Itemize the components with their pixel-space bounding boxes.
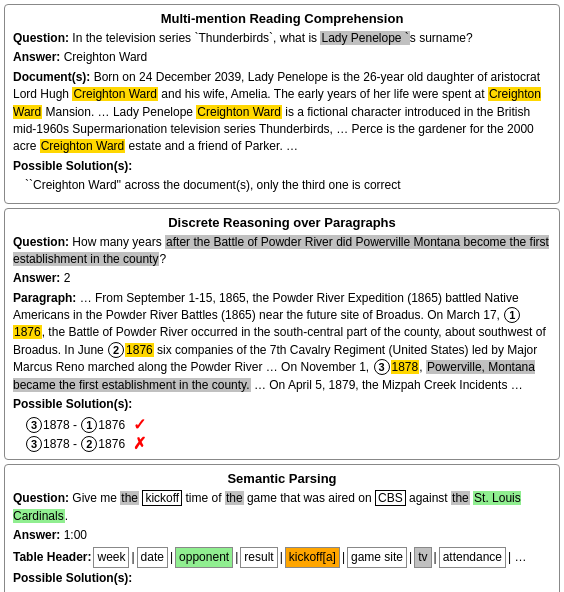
dr-march: March xyxy=(447,308,480,322)
sp-q-p1: Give me xyxy=(72,491,120,505)
sol2-text1: 1878 - xyxy=(43,437,80,451)
sol2-text2: 1876 xyxy=(98,437,125,451)
dr-answer-label: Answer: xyxy=(13,271,60,285)
dr-question-label: Question: xyxy=(13,235,69,249)
docs-mid2: Mansion. … Lady Penelope xyxy=(42,105,196,119)
th-tv: tv xyxy=(414,547,431,568)
dr-para-p6: , xyxy=(419,360,426,374)
sol2-cross: ✗ xyxy=(133,434,146,453)
multi-mention-title: Multi-mention Reading Comprehension xyxy=(13,11,551,26)
docs-label: Document(s): xyxy=(13,70,90,84)
sp-q-kickoff: kickoff xyxy=(142,490,182,506)
highlight-1876a: 1876 xyxy=(13,325,42,339)
dr-answer-line: Answer: 2 xyxy=(13,270,551,287)
highlight-cw4: Creighton Ward xyxy=(40,139,126,153)
sol1-check: ✓ xyxy=(133,415,146,434)
dr-possible-label-line: Possible Solution(s): xyxy=(13,396,551,413)
sp-table-label: Table Header: xyxy=(13,549,91,566)
sp-q-the3: the xyxy=(451,491,470,505)
th-week: week xyxy=(93,547,129,568)
possible-label-line: Possible Solution(s): xyxy=(13,158,551,175)
circle-3: 3 xyxy=(374,359,390,375)
sp-answer-text: 1:00 xyxy=(64,528,87,542)
answer-label: Answer: xyxy=(13,50,60,64)
sp-question-label: Question: xyxy=(13,491,69,505)
th-sep1: | xyxy=(131,549,134,566)
th-sep3: | xyxy=(235,549,238,566)
th-kickoff: kickoff[a] xyxy=(285,547,340,568)
question-text-suffix: s surname? xyxy=(410,31,473,45)
sp-q-p3: time of xyxy=(182,491,225,505)
th-sep5: | xyxy=(342,549,345,566)
sol1-text2: 1876 xyxy=(98,418,125,432)
lady-penelope-highlight: Lady Penelope ` xyxy=(320,31,409,45)
discrete-reasoning-section: Discrete Reasoning over Paragraphs Quest… xyxy=(4,208,560,461)
circle-2: 2 xyxy=(108,342,124,358)
sol1-circle1: 1 xyxy=(81,417,97,433)
sp-table-line: Table Header: week | date | opponent | r… xyxy=(13,547,551,568)
possible-text: ``Creighton Ward'' across the document(s… xyxy=(25,177,551,194)
dr-solution-2: 31878 - 21876 ✗ xyxy=(25,434,551,453)
sp-answer-label: Answer: xyxy=(13,528,60,542)
docs-line: Document(s): Born on 24 December 2039, L… xyxy=(13,69,551,156)
highlight-cw3: Creighton Ward xyxy=(196,105,282,119)
highlight-1876b: 1876 xyxy=(125,343,154,357)
dr-para-p2: 17, xyxy=(480,308,503,322)
sp-q-p4: game that was aired on xyxy=(244,491,375,505)
sp-question-line: Question: Give me the kickoff time of th… xyxy=(13,490,551,525)
th-sep7: | xyxy=(434,549,437,566)
discrete-reasoning-title: Discrete Reasoning over Paragraphs xyxy=(13,215,551,230)
dr-para-label: Paragraph: xyxy=(13,291,76,305)
dr-question-prefix: How many years xyxy=(72,235,165,249)
semantic-parsing-section: Semantic Parsing Question: Give me the k… xyxy=(4,464,560,592)
sp-q-the: the xyxy=(120,491,139,505)
semantic-parsing-title: Semantic Parsing xyxy=(13,471,551,486)
dr-para-p1: … From September 1-15, 1865, the Powder … xyxy=(13,291,519,322)
th-attendance: attendance xyxy=(439,547,506,568)
th-result: result xyxy=(240,547,277,568)
dr-para-p7: … On April 5, 1879, the Mizpah Creek Inc… xyxy=(251,378,523,392)
sol2-circle3: 3 xyxy=(26,436,42,452)
dr-question-suffix: ? xyxy=(159,252,166,266)
highlight-cw1: Creighton Ward xyxy=(72,87,158,101)
th-sep2: | xyxy=(170,549,173,566)
th-opponent: opponent xyxy=(175,547,233,568)
sol1-circle3: 3 xyxy=(26,417,42,433)
dr-answer-text: 2 xyxy=(64,271,71,285)
answer-line: Answer: Creighton Ward xyxy=(13,49,551,66)
dr-para-p5: 1, xyxy=(356,360,373,374)
dr-november: November xyxy=(300,360,355,374)
th-sep6: | xyxy=(409,549,412,566)
answer-text: Creighton Ward xyxy=(64,50,148,64)
docs-mid1: and his wife, Amelia. The early years of… xyxy=(158,87,488,101)
dr-solution-1: 31878 - 11876 ✓ xyxy=(25,415,551,434)
circle-1: 1 xyxy=(504,307,520,323)
sp-possible-label: Possible Solution(s): xyxy=(13,571,132,585)
dr-possible-label: Possible Solution(s): xyxy=(13,397,132,411)
sp-q-dot: . xyxy=(65,509,68,523)
sp-answer-line: Answer: 1:00 xyxy=(13,527,551,544)
sp-q-p5: against xyxy=(406,491,451,505)
th-sep4: | xyxy=(280,549,283,566)
th-date: date xyxy=(137,547,168,568)
sol2-circle2: 2 xyxy=(81,436,97,452)
sp-q-the2: the xyxy=(225,491,244,505)
th-gamesite: game site xyxy=(347,547,407,568)
question-text-prefix: In the television series `Thunderbirds`,… xyxy=(72,31,320,45)
multi-mention-section: Multi-mention Reading Comprehension Ques… xyxy=(4,4,560,204)
dr-para-line: Paragraph: … From September 1-15, 1865, … xyxy=(13,290,551,394)
possible-label: Possible Solution(s): xyxy=(13,159,132,173)
sol1-text1: 1878 - xyxy=(43,418,80,432)
th-sep8: | … xyxy=(508,549,526,566)
question-label: Question: xyxy=(13,31,69,45)
sp-possible-label-line: Possible Solution(s): xyxy=(13,570,551,587)
sp-q-cbs: CBS xyxy=(375,490,406,506)
highlight-1878: 1878 xyxy=(391,360,420,374)
dr-question-line: Question: How many years after the Battl… xyxy=(13,234,551,269)
docs-end: estate and a friend of Parker. … xyxy=(125,139,298,153)
question-line: Question: In the television series `Thun… xyxy=(13,30,551,47)
